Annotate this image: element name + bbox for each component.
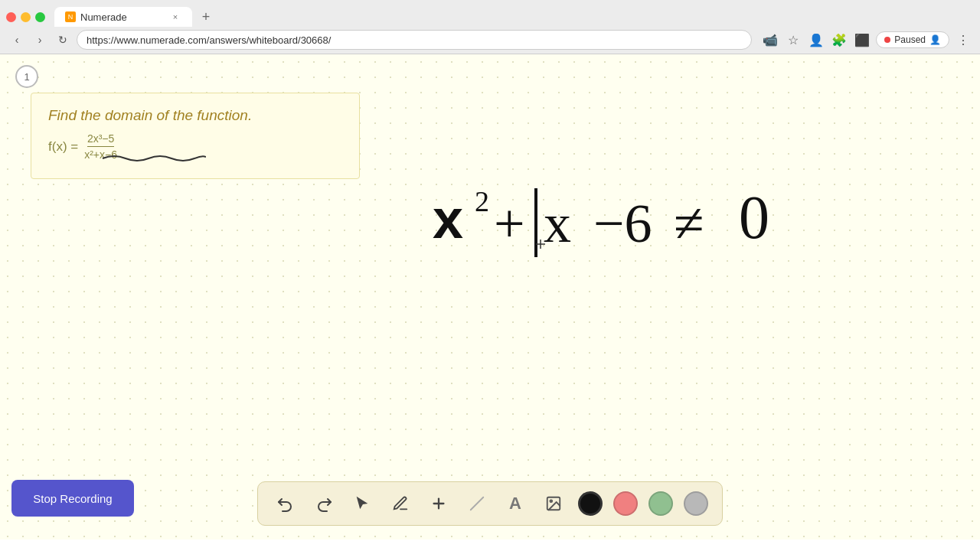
stop-recording-button[interactable]: Stop Recording [11, 480, 134, 517]
camera-icon[interactable]: 📹 [761, 31, 779, 49]
active-tab[interactable]: N Numerade × [54, 7, 192, 27]
close-window-button[interactable] [6, 12, 16, 22]
extensions-icon[interactable]: 🧩 [830, 31, 848, 49]
svg-text:x: x [433, 188, 463, 249]
back-button[interactable]: ‹ [8, 31, 26, 49]
squiggle-underline [99, 152, 206, 165]
redo-button[interactable] [310, 490, 338, 517]
whiteboard: 1 Find the domain of the function. f(x) … [0, 54, 980, 540]
menu-icon[interactable]: ⋮ [954, 31, 972, 49]
account-icon[interactable]: 👤 [807, 31, 825, 49]
color-gray-button[interactable] [684, 491, 708, 516]
paused-avatar: 👤 [929, 34, 941, 45]
page-number: 1 [24, 71, 29, 83]
minimize-window-button[interactable] [21, 12, 31, 22]
tab-favicon: N [65, 11, 76, 22]
svg-line-12 [471, 497, 484, 510]
paused-dot [884, 37, 890, 43]
add-tool-button[interactable] [425, 490, 452, 517]
forward-button[interactable]: › [31, 31, 49, 49]
refresh-button[interactable]: ↻ [54, 31, 72, 49]
page-number-badge: 1 [15, 65, 38, 88]
fraction-numerator: 2x³−5 [87, 132, 114, 147]
question-card: Find the domain of the function. f(x) = … [31, 93, 360, 179]
traffic-lights [6, 12, 45, 22]
svg-text:+: + [494, 193, 525, 254]
select-tool-button[interactable] [348, 490, 376, 517]
formula-left: f(x) = [48, 139, 78, 155]
maximize-window-button[interactable] [35, 12, 45, 22]
tab-title: Numerade [80, 11, 127, 23]
paused-badge: Paused 👤 [876, 31, 949, 48]
paused-label: Paused [894, 34, 926, 45]
question-prompt: Find the domain of the function. [48, 107, 342, 124]
svg-text:≠: ≠ [674, 193, 704, 254]
drawing-toolbar: A [257, 481, 723, 526]
browser-chrome: N Numerade × + ‹ › ↻ https://www.numerad… [0, 0, 980, 54]
browser-toolbar-icons: 📹 ☆ 👤 🧩 ⬛ Paused 👤 ⋮ [761, 31, 972, 49]
svg-point-14 [550, 500, 552, 502]
svg-text:0: 0 [739, 184, 769, 251]
text-tool-button[interactable]: A [501, 490, 529, 517]
svg-text:2: 2 [475, 185, 489, 217]
bookmark-icon[interactable]: ☆ [784, 31, 802, 49]
color-green-button[interactable] [648, 491, 673, 516]
url-text: https://www.numerade.com/answers/whitebo… [87, 34, 331, 46]
address-input[interactable]: https://www.numerade.com/answers/whitebo… [77, 30, 752, 50]
new-tab-button[interactable]: + [195, 6, 217, 28]
undo-button[interactable] [272, 490, 299, 517]
svg-text:−6: −6 [593, 193, 652, 254]
color-black-button[interactable] [578, 491, 603, 516]
cast-icon[interactable]: ⬛ [853, 31, 871, 49]
color-pink-button[interactable] [613, 491, 638, 516]
pen-tool-button[interactable] [387, 490, 414, 517]
image-tool-button[interactable] [540, 490, 567, 517]
tab-bar: N Numerade × + [0, 0, 980, 28]
tab-close-button[interactable]: × [169, 11, 181, 23]
svg-text:x: x [544, 193, 571, 254]
address-bar-row: ‹ › ↻ https://www.numerade.com/answers/w… [0, 28, 980, 54]
eraser-tool-button[interactable] [463, 490, 491, 517]
